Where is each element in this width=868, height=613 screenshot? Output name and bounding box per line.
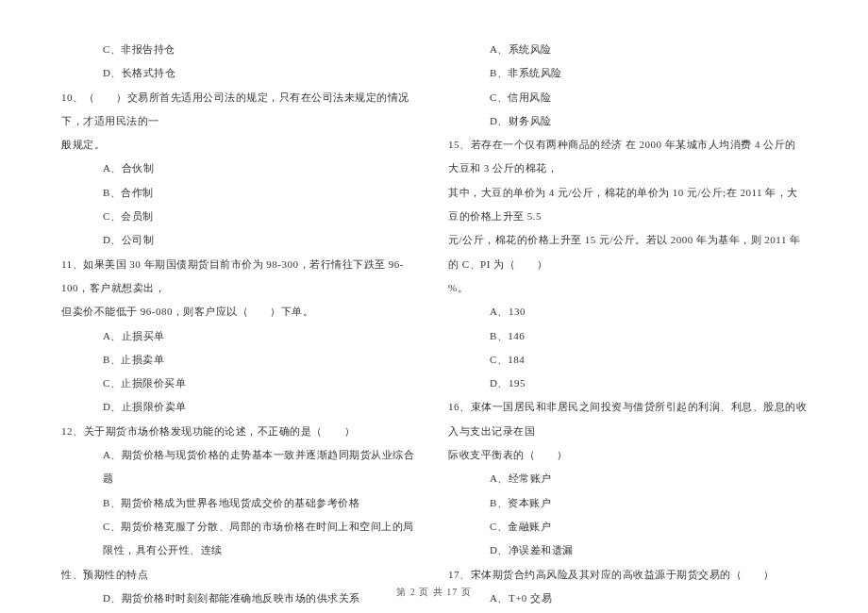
text-line: D、195 [448,372,807,395]
text-line: C、信用风险 [448,86,807,109]
text-line: 16、束体一国居民和非居民之间投资与借贷所引起的利润、利息、股息的收入与支出记录… [448,395,807,443]
text-line: C、非报告持仓 [61,38,420,61]
text-line: B、146 [448,324,807,348]
text-line: 其中，大豆的单价为 4 元/公斤，棉花的单价为 10 元/公斤;在 2011 年… [448,181,807,229]
text-line: A、止损买单 [61,324,420,348]
text-line: B、止损卖单 [61,348,420,372]
text-line: 元/公斤，棉花的价格上升至 15 元/公斤。若以 2000 年为基年，则 201… [448,228,807,276]
text-line: 但卖价不能低于 96-080，则客户应以（ ）下单。 [61,300,420,323]
text-line: A、期货价格与现货价格的走势基本一致并逐渐趋同期货从业综合题 [61,443,420,491]
text-line: 10、（ ）交易所首先适用公司法的规定，只有在公司法未规定的情况下，才适用民法的… [61,86,420,134]
text-line: C、金融账户 [448,515,807,538]
text-line: 11、如果美国 30 年期国债期货目前市价为 98-300，若行情往下跌至 96… [61,253,420,301]
left-column: C、非报告持仓D、长格式持仓10、（ ）交易所首先适用公司法的规定，只有在公司法… [61,38,420,575]
text-line: 17、宋体期货合约高风险及其对应的高收益源于期货交易的（ ） [448,563,807,587]
text-line: B、资本账户 [448,491,807,515]
text-line: D、公司制 [61,228,420,252]
text-line: C、184 [448,348,807,372]
text-line: C、期货价格克服了分散、局部的市场价格在时间上和空间上的局限性，具有公开性、连续 [61,515,420,563]
text-line: B、非系统风险 [448,61,807,85]
right-column: A、系统风险B、非系统风险C、信用风险D、财务风险15、若存在一个仅有两种商品的… [448,38,807,575]
text-line: D、止损限价卖单 [61,395,420,419]
text-line: B、合作制 [61,181,420,205]
text-line: %。 [448,276,807,300]
text-line: 性、预期性的特点 [61,563,420,587]
text-line: 际收支平衡表的（ ） [448,443,807,467]
text-line: A、合伙制 [61,157,420,180]
text-line: A、130 [448,300,807,323]
text-line: D、长格式持仓 [61,61,420,85]
text-line: A、经常账户 [448,467,807,490]
text-line: 12、关于期货市场价格发现功能的论述，不正确的是（ ） [61,420,420,443]
text-line: 15、若存在一个仅有两种商品的经济 在 2000 年某城市人均消费 4 公斤的大… [448,133,807,181]
text-line: 般规定。 [61,133,420,157]
two-column-layout: C、非报告持仓D、长格式持仓10、（ ）交易所首先适用公司法的规定，只有在公司法… [61,38,807,575]
text-line: C、止损限价买单 [61,372,420,395]
text-line: C、会员制 [61,205,420,228]
text-line: D、净误差和遗漏 [448,538,807,562]
text-line: B、期货价格成为世界各地现货成交价的基础参考价格 [61,491,420,515]
text-line: D、财务风险 [448,109,807,133]
page-footer: 第 2 页 共 17 页 [0,586,868,599]
text-line: A、系统风险 [448,38,807,61]
